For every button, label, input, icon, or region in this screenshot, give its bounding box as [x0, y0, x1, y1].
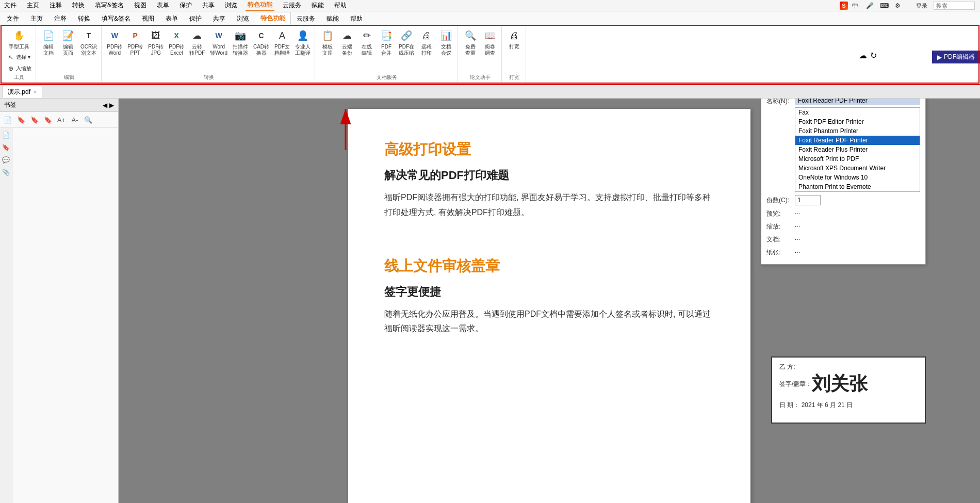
tab-file[interactable]: 文件 [1, 12, 25, 25]
printer-foxit-reader[interactable]: Foxit Reader PDF Printer [795, 136, 920, 145]
panel-nav-left[interactable]: ◀ [103, 102, 107, 109]
printer-onenote[interactable]: OneNote for Windows 10 [795, 173, 920, 182]
tab-enable[interactable]: 赋能 [321, 12, 345, 25]
online-edit-btn[interactable]: ✏ 在线编辑 [357, 27, 376, 57]
template-lib-label: 模板文库 [322, 44, 333, 56]
paper-assistant-group: 🔍 免费查重 📖 阅卷调查 论文助手 [459, 26, 502, 82]
printer-foxit-reader-plus[interactable]: Foxit Reader Plus Printer [795, 145, 920, 154]
sidebar-attachment-icon[interactable]: 📎 [1, 167, 11, 177]
ocr-icon: T [81, 28, 96, 43]
bookmark-add2-btn[interactable]: 🔖 [29, 114, 40, 125]
remote-print-btn[interactable]: 🖨 远程打印 [417, 27, 436, 57]
edit-page-btn[interactable]: 📝 编辑页面 [59, 27, 77, 57]
cloud-to-pdf-btn[interactable]: ☁ 云转转PDF [187, 27, 207, 57]
ribbon: 文件 主页 注释 转换 填写&签名 视图 表单 保护 共享 浏览 特色功能 云服… [0, 11, 980, 85]
tab-special[interactable]: 特色功能 [255, 12, 291, 25]
pdf-compress-btn[interactable]: 🔗 PDF在线压缩 [397, 27, 416, 57]
word-to-word-btn[interactable]: W Word转Word [208, 27, 230, 57]
cloud-backup-btn[interactable]: ☁ 云端备份 [338, 27, 356, 57]
printer-ms-pdf[interactable]: Microsoft Print to PDF [795, 154, 920, 164]
menu-special[interactable]: 特色功能 [246, 0, 274, 11]
printer-fax[interactable]: Fax [795, 108, 920, 117]
edit-doc-btn[interactable]: 📄 编辑文档 [39, 27, 58, 57]
template-lib-btn[interactable]: 📋 模板文库 [318, 27, 337, 57]
pdf-translate-btn[interactable]: A PDF文档翻译 [272, 27, 292, 57]
print-paper-row: 纸张: ... [766, 247, 920, 257]
tab-browse[interactable]: 浏览 [231, 12, 255, 25]
edit-doc-label: 编辑文档 [43, 44, 54, 56]
menu-forms[interactable]: 表单 [155, 0, 171, 11]
tab-protect[interactable]: 保护 [184, 12, 207, 25]
search-input[interactable] [934, 2, 975, 10]
pdf-merge-icon: 📑 [379, 28, 394, 43]
menu-home[interactable]: 主页 [25, 0, 41, 11]
tab-forms[interactable]: 表单 [160, 12, 184, 25]
ocr-btn[interactable]: T OCR识别文本 [78, 27, 99, 57]
printer-ms-xps[interactable]: Microsoft XPS Document Writer [795, 164, 920, 173]
sidebar-bookmark-icon[interactable]: 🔖 [1, 142, 11, 153]
bookmark-page-btn[interactable]: 📄 [2, 114, 13, 125]
review-survey-btn[interactable]: 📖 阅卷调查 [481, 27, 499, 57]
pdf-editor-button[interactable]: ▶ PDF编辑器 [932, 51, 980, 63]
pdf-to-excel-btn[interactable]: X PDF转Excel [167, 27, 186, 57]
font-smaller-btn[interactable]: A- [69, 114, 80, 125]
menu-share[interactable]: 共享 [200, 0, 217, 11]
print-wide-btn[interactable]: 🖨 打宽 [505, 27, 524, 51]
pdf-to-jpg-icon: 🖼 [149, 28, 163, 43]
font-larger-btn[interactable]: A+ [56, 114, 67, 125]
print-copies-input[interactable] [795, 195, 821, 205]
hand-tool-btn[interactable]: ✋ 手型工具 [5, 27, 34, 51]
cloud-sync-icon: ☁ [859, 51, 867, 60]
login-button[interactable]: 登录 [914, 1, 929, 11]
pdf-to-excel-icon: X [169, 28, 184, 43]
scan-convert-btn[interactable]: 📷 扫描件转换器 [231, 27, 250, 57]
tab-help[interactable]: 帮助 [345, 12, 368, 25]
printer-foxit-phantom[interactable]: Foxit Phantom Printer [795, 126, 920, 136]
menu-help[interactable]: 帮助 [332, 0, 349, 11]
pdf-to-word-btn[interactable]: W PDF转Word [105, 27, 124, 57]
doc-conference-btn[interactable]: 📊 文档会议 [437, 27, 455, 57]
zoom-btn[interactable]: ⊕ 入缩放 [5, 63, 34, 74]
section-divider-1 [384, 236, 714, 256]
pdf-area[interactable]: 高级打印设置 解决常见的PDF打印难题 福昕PDF阅读器拥有强大的打印功能, 界… [119, 99, 980, 503]
manual-translate-btn[interactable]: 👤 专业人工翻译 [293, 27, 313, 57]
menu-fill-sign[interactable]: 填写&签名 [93, 0, 126, 11]
menu-protect[interactable]: 保护 [177, 0, 194, 11]
pdf-to-word-icon: W [107, 28, 122, 43]
tab-view[interactable]: 视图 [136, 12, 160, 25]
cad-convert-btn[interactable]: C CAD转换器 [251, 27, 271, 57]
select-btn[interactable]: ↖ 选择 ▾ [5, 52, 34, 62]
menu-browse[interactable]: 浏览 [223, 0, 239, 11]
print-wide-items: 🖨 打宽 [505, 27, 524, 74]
pdf-editor-label: PDF编辑器 [944, 53, 975, 61]
tab-cloud[interactable]: 云服务 [291, 12, 321, 25]
menu-view[interactable]: 视图 [132, 0, 149, 11]
doc-tab[interactable]: 演示.pdf × [2, 86, 42, 98]
tab-share[interactable]: 共享 [207, 12, 231, 25]
menu-file[interactable]: 文件 [2, 0, 19, 11]
menu-cloud[interactable]: 云服务 [281, 0, 303, 11]
pdf-to-jpg-btn[interactable]: 🖼 PDF转JPG [146, 27, 166, 57]
tab-fill-sign[interactable]: 填写&签名 [96, 12, 136, 25]
sidebar-page-icon[interactable]: 📄 [1, 130, 11, 140]
sidebar-comment-icon[interactable]: 💬 [1, 155, 11, 165]
tab-annotate[interactable]: 注释 [48, 12, 72, 25]
free-check-btn[interactable]: 🔍 免费查重 [461, 27, 480, 57]
print-printer-list[interactable]: Fax Foxit PDF Editor Printer Foxit Phant… [795, 107, 920, 192]
section1-body: 福昕PDF阅读器拥有强大的打印功能, 界面友好易于学习。支持虚拟打印、批量打印等… [384, 190, 714, 220]
menu-enable[interactable]: 赋能 [309, 0, 326, 11]
bookmark-add3-btn[interactable]: 🔖 [42, 114, 54, 125]
printer-foxit-editor[interactable]: Foxit PDF Editor Printer [795, 117, 920, 126]
doc-tab-close[interactable]: × [34, 89, 37, 95]
search-bookmark-btn[interactable]: 🔍 [83, 114, 94, 125]
menu-annotate[interactable]: 注释 [47, 0, 64, 11]
manual-translate-label: 专业人工翻译 [295, 44, 311, 56]
tab-convert[interactable]: 转换 [72, 12, 96, 25]
tab-home[interactable]: 主页 [25, 12, 48, 25]
bookmark-add-btn[interactable]: 🔖 [15, 114, 27, 125]
pdf-merge-btn[interactable]: 📑 PDF合并 [377, 27, 396, 57]
menu-convert[interactable]: 转换 [70, 0, 87, 11]
printer-phantom-evernote[interactable]: Phantom Print to Evernote [795, 182, 920, 191]
panel-nav-right[interactable]: ▶ [109, 102, 114, 109]
pdf-to-ppt-btn[interactable]: P PDF转PPT [125, 27, 145, 57]
